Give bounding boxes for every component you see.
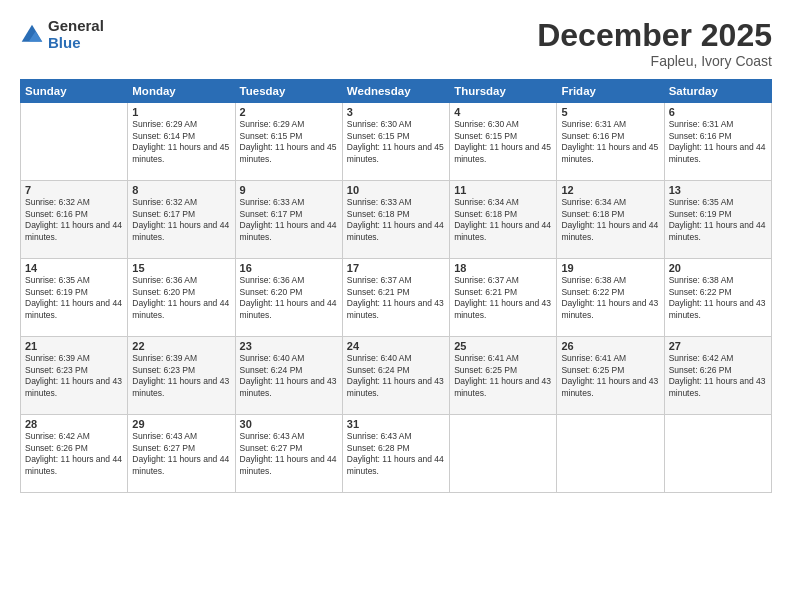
table-row: 6Sunrise: 6:31 AMSunset: 6:16 PMDaylight… — [664, 103, 771, 181]
day-number: 22 — [132, 340, 230, 352]
day-info: Sunrise: 6:30 AMSunset: 6:15 PMDaylight:… — [454, 119, 552, 165]
logo-icon — [20, 23, 44, 47]
table-row: 27Sunrise: 6:42 AMSunset: 6:26 PMDayligh… — [664, 337, 771, 415]
calendar-header-row: Sunday Monday Tuesday Wednesday Thursday… — [21, 80, 772, 103]
table-row: 14Sunrise: 6:35 AMSunset: 6:19 PMDayligh… — [21, 259, 128, 337]
day-number: 2 — [240, 106, 338, 118]
day-number: 23 — [240, 340, 338, 352]
col-wednesday: Wednesday — [342, 80, 449, 103]
day-info: Sunrise: 6:33 AMSunset: 6:18 PMDaylight:… — [347, 197, 445, 243]
day-number: 4 — [454, 106, 552, 118]
col-friday: Friday — [557, 80, 664, 103]
day-info: Sunrise: 6:41 AMSunset: 6:25 PMDaylight:… — [561, 353, 659, 399]
table-row: 12Sunrise: 6:34 AMSunset: 6:18 PMDayligh… — [557, 181, 664, 259]
day-info: Sunrise: 6:33 AMSunset: 6:17 PMDaylight:… — [240, 197, 338, 243]
table-row: 8Sunrise: 6:32 AMSunset: 6:17 PMDaylight… — [128, 181, 235, 259]
table-row: 29Sunrise: 6:43 AMSunset: 6:27 PMDayligh… — [128, 415, 235, 493]
table-row: 16Sunrise: 6:36 AMSunset: 6:20 PMDayligh… — [235, 259, 342, 337]
day-number: 3 — [347, 106, 445, 118]
table-row: 30Sunrise: 6:43 AMSunset: 6:27 PMDayligh… — [235, 415, 342, 493]
location-subtitle: Fapleu, Ivory Coast — [537, 53, 772, 69]
day-number: 6 — [669, 106, 767, 118]
day-info: Sunrise: 6:42 AMSunset: 6:26 PMDaylight:… — [669, 353, 767, 399]
calendar-week-row: 1Sunrise: 6:29 AMSunset: 6:14 PMDaylight… — [21, 103, 772, 181]
day-info: Sunrise: 6:43 AMSunset: 6:28 PMDaylight:… — [347, 431, 445, 477]
calendar-week-row: 14Sunrise: 6:35 AMSunset: 6:19 PMDayligh… — [21, 259, 772, 337]
month-title: December 2025 — [537, 18, 772, 53]
table-row: 7Sunrise: 6:32 AMSunset: 6:16 PMDaylight… — [21, 181, 128, 259]
col-thursday: Thursday — [450, 80, 557, 103]
col-monday: Monday — [128, 80, 235, 103]
table-row: 31Sunrise: 6:43 AMSunset: 6:28 PMDayligh… — [342, 415, 449, 493]
table-row: 4Sunrise: 6:30 AMSunset: 6:15 PMDaylight… — [450, 103, 557, 181]
calendar-table: Sunday Monday Tuesday Wednesday Thursday… — [20, 79, 772, 493]
day-number: 14 — [25, 262, 123, 274]
logo: General Blue — [20, 18, 104, 51]
day-info: Sunrise: 6:38 AMSunset: 6:22 PMDaylight:… — [669, 275, 767, 321]
day-info: Sunrise: 6:35 AMSunset: 6:19 PMDaylight:… — [25, 275, 123, 321]
day-number: 24 — [347, 340, 445, 352]
day-number: 19 — [561, 262, 659, 274]
table-row: 11Sunrise: 6:34 AMSunset: 6:18 PMDayligh… — [450, 181, 557, 259]
day-info: Sunrise: 6:41 AMSunset: 6:25 PMDaylight:… — [454, 353, 552, 399]
day-number: 11 — [454, 184, 552, 196]
table-row: 23Sunrise: 6:40 AMSunset: 6:24 PMDayligh… — [235, 337, 342, 415]
logo-blue-label: Blue — [48, 35, 104, 52]
day-number: 31 — [347, 418, 445, 430]
day-number: 1 — [132, 106, 230, 118]
day-info: Sunrise: 6:32 AMSunset: 6:17 PMDaylight:… — [132, 197, 230, 243]
day-info: Sunrise: 6:31 AMSunset: 6:16 PMDaylight:… — [669, 119, 767, 165]
col-sunday: Sunday — [21, 80, 128, 103]
table-row: 25Sunrise: 6:41 AMSunset: 6:25 PMDayligh… — [450, 337, 557, 415]
day-info: Sunrise: 6:36 AMSunset: 6:20 PMDaylight:… — [240, 275, 338, 321]
day-number: 10 — [347, 184, 445, 196]
table-row: 15Sunrise: 6:36 AMSunset: 6:20 PMDayligh… — [128, 259, 235, 337]
day-number: 25 — [454, 340, 552, 352]
day-info: Sunrise: 6:39 AMSunset: 6:23 PMDaylight:… — [25, 353, 123, 399]
day-number: 17 — [347, 262, 445, 274]
day-info: Sunrise: 6:34 AMSunset: 6:18 PMDaylight:… — [561, 197, 659, 243]
day-number: 8 — [132, 184, 230, 196]
table-row — [21, 103, 128, 181]
table-row: 17Sunrise: 6:37 AMSunset: 6:21 PMDayligh… — [342, 259, 449, 337]
table-row: 28Sunrise: 6:42 AMSunset: 6:26 PMDayligh… — [21, 415, 128, 493]
day-info: Sunrise: 6:30 AMSunset: 6:15 PMDaylight:… — [347, 119, 445, 165]
table-row: 13Sunrise: 6:35 AMSunset: 6:19 PMDayligh… — [664, 181, 771, 259]
calendar-week-row: 28Sunrise: 6:42 AMSunset: 6:26 PMDayligh… — [21, 415, 772, 493]
title-block: December 2025 Fapleu, Ivory Coast — [537, 18, 772, 69]
day-number: 20 — [669, 262, 767, 274]
day-number: 5 — [561, 106, 659, 118]
day-number: 9 — [240, 184, 338, 196]
table-row: 1Sunrise: 6:29 AMSunset: 6:14 PMDaylight… — [128, 103, 235, 181]
day-info: Sunrise: 6:43 AMSunset: 6:27 PMDaylight:… — [132, 431, 230, 477]
table-row: 26Sunrise: 6:41 AMSunset: 6:25 PMDayligh… — [557, 337, 664, 415]
table-row: 21Sunrise: 6:39 AMSunset: 6:23 PMDayligh… — [21, 337, 128, 415]
table-row: 9Sunrise: 6:33 AMSunset: 6:17 PMDaylight… — [235, 181, 342, 259]
day-info: Sunrise: 6:31 AMSunset: 6:16 PMDaylight:… — [561, 119, 659, 165]
day-number: 18 — [454, 262, 552, 274]
table-row: 3Sunrise: 6:30 AMSunset: 6:15 PMDaylight… — [342, 103, 449, 181]
day-info: Sunrise: 6:38 AMSunset: 6:22 PMDaylight:… — [561, 275, 659, 321]
table-row: 22Sunrise: 6:39 AMSunset: 6:23 PMDayligh… — [128, 337, 235, 415]
day-info: Sunrise: 6:32 AMSunset: 6:16 PMDaylight:… — [25, 197, 123, 243]
logo-general-label: General — [48, 18, 104, 35]
day-number: 28 — [25, 418, 123, 430]
table-row — [557, 415, 664, 493]
day-info: Sunrise: 6:29 AMSunset: 6:15 PMDaylight:… — [240, 119, 338, 165]
day-info: Sunrise: 6:43 AMSunset: 6:27 PMDaylight:… — [240, 431, 338, 477]
header: General Blue December 2025 Fapleu, Ivory… — [20, 18, 772, 69]
calendar-week-row: 21Sunrise: 6:39 AMSunset: 6:23 PMDayligh… — [21, 337, 772, 415]
day-number: 15 — [132, 262, 230, 274]
day-info: Sunrise: 6:37 AMSunset: 6:21 PMDaylight:… — [347, 275, 445, 321]
table-row: 2Sunrise: 6:29 AMSunset: 6:15 PMDaylight… — [235, 103, 342, 181]
page: General Blue December 2025 Fapleu, Ivory… — [0, 0, 792, 612]
table-row: 24Sunrise: 6:40 AMSunset: 6:24 PMDayligh… — [342, 337, 449, 415]
day-info: Sunrise: 6:35 AMSunset: 6:19 PMDaylight:… — [669, 197, 767, 243]
table-row: 18Sunrise: 6:37 AMSunset: 6:21 PMDayligh… — [450, 259, 557, 337]
day-info: Sunrise: 6:29 AMSunset: 6:14 PMDaylight:… — [132, 119, 230, 165]
day-number: 29 — [132, 418, 230, 430]
day-number: 30 — [240, 418, 338, 430]
table-row — [664, 415, 771, 493]
day-info: Sunrise: 6:37 AMSunset: 6:21 PMDaylight:… — [454, 275, 552, 321]
table-row: 19Sunrise: 6:38 AMSunset: 6:22 PMDayligh… — [557, 259, 664, 337]
